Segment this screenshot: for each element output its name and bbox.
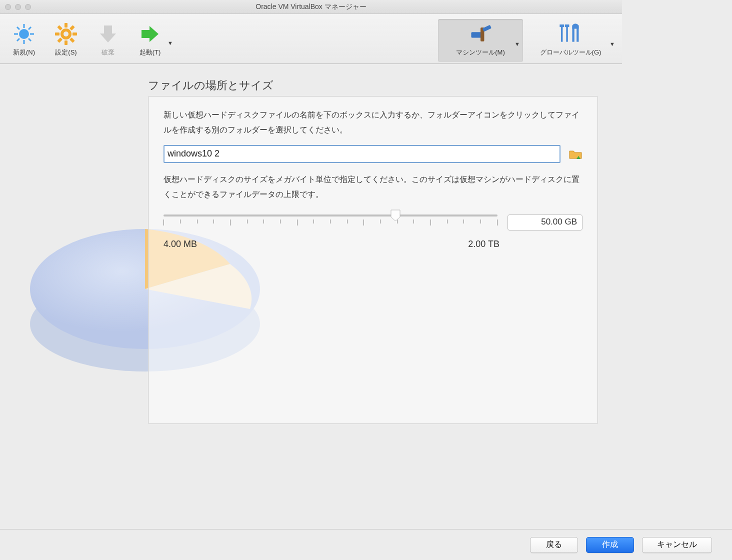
- global-tools-label: グローバルツール(G): [540, 48, 602, 57]
- folder-icon: [568, 148, 582, 160]
- chevron-down-icon[interactable]: ▼: [610, 41, 615, 47]
- arrow-down-icon: [95, 22, 121, 46]
- svg-rect-22: [561, 26, 562, 42]
- chevron-down-icon[interactable]: ▼: [514, 41, 520, 47]
- titlebar: Oracle VM VirtualBox マネージャー: [0, 0, 622, 14]
- disk-size-slider[interactable]: [164, 212, 498, 234]
- settings-label: 設定(S): [55, 48, 76, 57]
- discard-button: 破棄: [88, 19, 128, 57]
- gear-icon: [53, 22, 79, 46]
- size-min-label: 4.00 MB: [164, 236, 197, 252]
- choose-folder-button[interactable]: [568, 148, 582, 160]
- minimize-window-button[interactable]: [15, 4, 21, 10]
- size-description: 仮想ハードディスクのサイズをメガバイト単位で指定してください。このサイズは仮想マ…: [164, 172, 582, 202]
- wizard-sheet: 新しい仮想ハードディスクファイルの名前を下のボックスに入力するか、フォルダーアイ…: [148, 96, 598, 424]
- size-max-label: 2.00 TB: [468, 236, 500, 252]
- content-area: ファイルの場所とサイズ 新しい仮想ハードディスクファイルの名前を下のボックスに入…: [0, 64, 622, 435]
- svg-line-7: [28, 27, 31, 30]
- svg-line-5: [17, 27, 20, 30]
- zoom-window-button[interactable]: [25, 4, 31, 10]
- svg-line-8: [17, 38, 20, 41]
- filename-description: 新しい仮想ハードディスクファイルの名前を下のボックスに入力するか、フォルダーアイ…: [164, 108, 582, 138]
- svg-rect-15: [57, 38, 62, 43]
- svg-rect-25: [565, 24, 570, 27]
- tools-icon: [558, 22, 584, 46]
- svg-rect-16: [57, 25, 62, 30]
- svg-point-18: [64, 32, 68, 36]
- svg-line-6: [28, 38, 31, 41]
- slider-thumb-icon: [390, 209, 401, 222]
- svg-rect-14: [70, 25, 75, 30]
- arrow-right-icon: [137, 22, 163, 46]
- svg-point-0: [19, 29, 29, 39]
- svg-rect-23: [560, 24, 564, 27]
- svg-rect-24: [566, 26, 568, 42]
- disk-size-value[interactable]: 50.00 GB: [508, 214, 582, 230]
- filename-input[interactable]: [164, 145, 560, 163]
- close-window-button[interactable]: [5, 4, 11, 10]
- window-title: Oracle VM VirtualBox マネージャー: [0, 2, 622, 12]
- machine-tools-button[interactable]: マシンツール(M) ▼: [438, 19, 523, 62]
- window-controls: [0, 4, 31, 10]
- new-vm-button[interactable]: 新規(N): [4, 19, 44, 57]
- global-tools-button[interactable]: グローバルツール(G) ▼: [523, 19, 618, 62]
- sun-icon: [11, 22, 37, 46]
- svg-rect-10: [64, 23, 68, 28]
- new-vm-label: 新規(N): [13, 48, 35, 57]
- machine-tools-label: マシンツール(M): [456, 48, 505, 57]
- svg-rect-13: [55, 32, 60, 36]
- svg-rect-21: [482, 25, 492, 32]
- hammer-icon: [468, 22, 494, 46]
- chevron-down-icon[interactable]: ▼: [168, 40, 173, 46]
- settings-button[interactable]: 設定(S): [46, 19, 86, 57]
- svg-rect-17: [70, 38, 75, 43]
- svg-rect-12: [72, 32, 77, 36]
- svg-rect-11: [64, 40, 68, 45]
- sheet-heading: ファイルの場所とサイズ: [148, 78, 274, 93]
- toolbar: 新規(N): [0, 14, 622, 64]
- start-button[interactable]: 起動(T) ▼: [130, 19, 170, 57]
- start-label: 起動(T): [140, 48, 161, 57]
- discard-label: 破棄: [102, 48, 114, 57]
